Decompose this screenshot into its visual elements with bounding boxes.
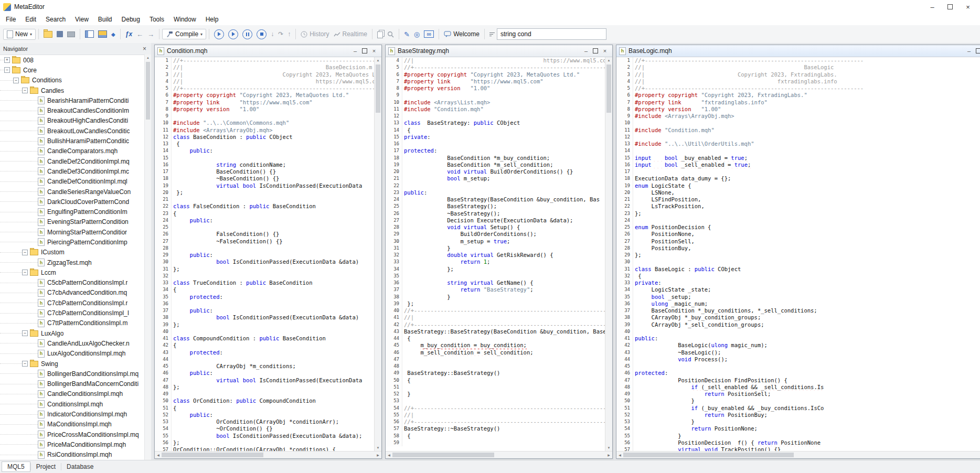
code-line[interactable]: 42 BaseLogic(ulong magic_num); (616, 342, 980, 349)
code-line[interactable]: 42//+-----------------------------------… (386, 321, 605, 328)
code-line[interactable]: 49 return PositionSell; (616, 391, 980, 397)
code-line[interactable]: 45 m_buy_condition = buy_condition; (386, 342, 605, 349)
code-line[interactable]: 9#include <Arrays\ArrayObj.mqh> (616, 113, 980, 120)
tree-file-ConditionsImpl.mqh[interactable]: hConditionsImpl.mqh (0, 399, 145, 409)
code-line[interactable]: 52 } (386, 391, 605, 397)
code-line[interactable]: 36 ulong _magic_num; (616, 300, 980, 307)
scrollbar-thumb[interactable] (146, 62, 150, 120)
code-line[interactable]: 51{ (155, 405, 374, 412)
close-button[interactable]: × (959, 1, 977, 13)
code-line[interactable]: 24 public: (155, 217, 374, 224)
code-line[interactable]: 10#include "..\..\Common\Commons.mqh" (155, 120, 374, 126)
window-close-button[interactable]: × (369, 47, 379, 55)
menu-tools[interactable]: Tools (145, 15, 169, 24)
code-line[interactable]: 4//| https://www.mql5.c (155, 78, 374, 85)
window-minimize-button[interactable]: – (350, 47, 360, 55)
code-line[interactable]: 57 virtual void TrackPosition() {} (616, 446, 980, 451)
code-line[interactable]: 52 return PositionBuy; (616, 412, 980, 418)
code-line[interactable]: 42{ (155, 342, 374, 349)
code-line[interactable]: 10 (616, 120, 980, 126)
scrollbar-thumb[interactable] (606, 64, 611, 113)
code-line[interactable]: 55 } (616, 433, 980, 439)
step-out-button[interactable]: ↑ (285, 29, 293, 39)
scrollbar-thumb[interactable] (376, 64, 380, 113)
step-over-button[interactable]: ↷ (276, 29, 285, 39)
code-line[interactable]: 37 BaseCondition *_buy_conditions, *_sel… (616, 307, 980, 314)
code-line[interactable]: 26 ~BaseStrategy(); (386, 210, 605, 217)
code-line[interactable]: 14 { (386, 127, 605, 134)
window-minimize-button[interactable]: – (581, 47, 591, 55)
code-line[interactable]: 27 Decision Execute(ExecutionData &data)… (386, 217, 605, 224)
code-line[interactable]: 28 PositionBuy, (616, 245, 980, 252)
code-line[interactable]: 25 BaseStrategy(); (386, 203, 605, 210)
collapse-icon[interactable]: − (22, 361, 28, 367)
code-line[interactable]: 43BaseStrategy::BaseStrategy(BaseConditi… (386, 328, 605, 335)
code-line[interactable]: 53 OrCondition(CArrayObj *conditionArr); (155, 418, 374, 425)
code-line[interactable]: 17 (616, 168, 980, 175)
code-line[interactable]: 3//| Copyright 2023, MetaQuotes Lt (155, 71, 374, 78)
code-line[interactable]: 44 void Process(); (616, 356, 980, 363)
tree-file-PriceCrossMaConditionsImpl.mq[interactable]: hPriceCrossMaConditionsImpl.mq (0, 429, 145, 439)
collapse-icon[interactable]: − (22, 270, 28, 275)
code-line[interactable]: 29 public: (155, 252, 374, 259)
tree-file-C5cbPatternConditionsImpl.r[interactable]: hC5cbPatternConditionsImpl.r (0, 278, 145, 288)
code-line[interactable]: 35 bool _setup; (616, 294, 980, 300)
calculator-button[interactable]: 00 (422, 29, 436, 39)
code-line[interactable]: 30 bool IsConditionPassed(ExecutionData … (155, 259, 374, 265)
code-line[interactable]: 9 (386, 92, 605, 99)
tree-file-LuxAlgoConditionsImpl.mqh[interactable]: hLuxAlgoConditionsImpl.mqh (0, 349, 145, 359)
code-line[interactable]: 16 (386, 141, 605, 147)
code-line[interactable]: 17protected: (386, 147, 605, 154)
code-line[interactable]: 17 BaseCondition() {} (155, 168, 374, 175)
code-line[interactable]: 35 (386, 273, 605, 280)
collapse-icon[interactable]: − (22, 88, 28, 93)
code-line[interactable]: 8#property version "1.00" (386, 85, 605, 92)
code-line[interactable]: 30 m_setup = true; (386, 238, 605, 245)
code-line[interactable]: 49 BaseStrategy::BaseStrategy() (386, 370, 605, 377)
code-line[interactable]: 1//+------------------------------------… (155, 57, 374, 64)
code-line[interactable]: 51 if (_buy_enabled && _buy_conditions.I… (616, 405, 980, 412)
goto-button[interactable]: ◎ (412, 29, 422, 40)
code-editor[interactable]: 4//| https://www.mql5.co5//+------------… (386, 57, 605, 451)
tree-file-PriceMaConditionsImpl.mqh[interactable]: hPriceMaConditionsImpl.mqh (0, 439, 145, 449)
window-maximize-button[interactable] (591, 47, 600, 55)
code-line[interactable]: 54 ~OrCondition() {} (155, 425, 374, 432)
code-line[interactable]: 46 public: (155, 370, 374, 377)
tree-file-C7cbAdvancedCondition.mq[interactable]: hC7cbAdvancedCondition.mq (0, 288, 145, 298)
navigator-close-button[interactable]: × (141, 45, 148, 52)
code-line[interactable]: 26 PositionNone, (616, 231, 980, 238)
code-line[interactable]: 36 (155, 300, 374, 307)
code-line[interactable]: 1//+------------------------------------… (616, 57, 980, 64)
code-line[interactable]: 58 { (386, 433, 605, 439)
tree-file-CandleConditionsImpl.mqh[interactable]: hCandleConditionsImpl.mqh (0, 389, 145, 399)
code-line[interactable]: 30 (616, 259, 980, 265)
horizontal-scrollbar[interactable]: ◀▶ (616, 451, 980, 458)
status-tab-database[interactable]: Database (61, 462, 99, 471)
function-list-button[interactable]: ƒx (123, 29, 134, 39)
code-line[interactable]: 41//| (386, 314, 605, 321)
code-line[interactable]: 32 (155, 273, 374, 280)
code-line[interactable]: 28 (155, 245, 374, 252)
code-line[interactable]: 54//+-----------------------------------… (386, 405, 605, 412)
code-line[interactable]: 24 (616, 217, 980, 224)
code-line[interactable]: 14 public: (155, 147, 374, 154)
code-line[interactable]: 6#property copyright "Copyright 2023, Fx… (616, 92, 980, 99)
code-line[interactable]: 34 }; (386, 266, 605, 273)
styler-button[interactable]: ◆ (109, 30, 118, 39)
code-line[interactable]: 45 (616, 363, 980, 370)
scrollbar-thumb[interactable] (623, 453, 794, 457)
code-line[interactable]: 27 ~FalseCondition() {} (155, 238, 374, 245)
window-minimize-button[interactable]: – (964, 47, 974, 55)
code-line[interactable]: 48}; (155, 384, 374, 391)
code-line[interactable]: 21 bool m_setup; (386, 175, 605, 182)
code-line[interactable]: 5//+------------------------------------… (386, 64, 605, 71)
tree-folder-Core[interactable]: −Core (0, 65, 145, 75)
code-line[interactable]: 38 bool IsConditionPassed(ExecutionData … (155, 314, 374, 321)
code-line[interactable]: 50 } (616, 397, 980, 404)
code-line[interactable]: 32 double virtual GetRiskReward() { (386, 252, 605, 259)
code-line[interactable]: 23{ (155, 210, 374, 217)
code-line[interactable]: 48 (386, 363, 605, 370)
code-line[interactable]: 3//| Copyright 2023, FxtradingLabs. (616, 71, 980, 78)
code-line[interactable]: 57OrCondition::OrCondition(CArrayObj *co… (155, 446, 374, 451)
code-line[interactable]: 7#property link "https://www.mql5.com" (386, 78, 605, 85)
